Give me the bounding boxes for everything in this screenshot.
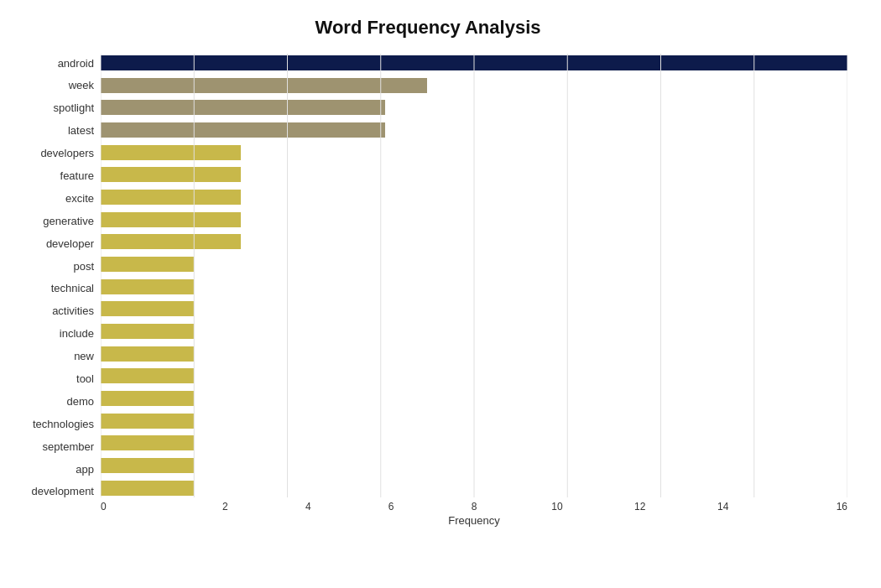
bar <box>101 55 847 70</box>
x-tick-label: 10 <box>515 501 598 513</box>
bar <box>101 145 241 160</box>
bar <box>101 122 385 138</box>
y-axis-label: demo <box>66 392 94 410</box>
plot-area: 0246810121416 Frequency <box>101 54 847 524</box>
chart-area: androidweekspotlightlatestdevelopersfeat… <box>8 54 847 524</box>
chart-container: Word Frequency Analysis androidweekspotl… <box>0 0 881 588</box>
y-axis-label: developers <box>40 144 94 163</box>
bar-row <box>101 299 847 318</box>
bar <box>101 190 241 205</box>
bar <box>101 301 194 316</box>
x-ticks: 0246810121416 <box>101 501 847 513</box>
y-axis-label: new <box>74 347 94 366</box>
bar-row <box>101 479 847 497</box>
bar-row <box>101 389 847 408</box>
bar-row <box>101 456 847 475</box>
x-tick-label: 6 <box>350 501 433 513</box>
bar-row <box>101 255 847 273</box>
bar-row <box>101 367 847 385</box>
bar <box>101 414 194 429</box>
bar-row <box>101 98 847 117</box>
y-axis-label: week <box>69 76 94 95</box>
y-axis-label: spotlight <box>54 99 94 117</box>
y-axis-label: activities <box>52 302 94 320</box>
y-axis-label: app <box>76 460 94 478</box>
bar-row <box>101 54 847 72</box>
bars-wrapper <box>101 54 847 497</box>
bar <box>101 234 241 249</box>
y-axis-label: feature <box>60 166 94 185</box>
bar-row <box>101 188 847 206</box>
bar-row <box>101 345 847 363</box>
bar-row <box>101 165 847 184</box>
y-axis-label: development <box>32 482 94 501</box>
y-axis-label: android <box>58 54 94 72</box>
bar-row <box>101 322 847 341</box>
x-tick-label: 14 <box>681 501 764 513</box>
bar <box>101 391 194 406</box>
y-axis: androidweekspotlightlatestdevelopersfeat… <box>8 54 101 524</box>
x-tick-label: 0 <box>101 501 184 513</box>
bar-row <box>101 434 847 452</box>
bar-row <box>101 143 847 162</box>
y-axis-label: technical <box>51 279 94 298</box>
bar <box>101 167 241 182</box>
bar <box>101 279 194 294</box>
x-tick-label: 8 <box>433 501 516 513</box>
y-axis-label: generative <box>43 211 94 230</box>
bar <box>101 435 194 450</box>
y-axis-label: tool <box>76 369 94 388</box>
chart-title: Word Frequency Analysis <box>8 17 847 39</box>
bar-row <box>101 76 847 95</box>
y-axis-label: september <box>43 437 94 455</box>
y-axis-label: latest <box>68 122 94 140</box>
bar-row <box>101 412 847 430</box>
bar-row <box>101 121 847 139</box>
bar <box>101 346 194 362</box>
y-axis-label: excite <box>65 189 94 207</box>
x-axis-label: Frequency <box>101 514 847 527</box>
bar <box>101 458 194 473</box>
x-tick-label: 2 <box>184 501 267 513</box>
bar <box>101 212 241 227</box>
bar <box>101 481 194 496</box>
bar <box>101 100 385 115</box>
bar-row <box>101 278 847 296</box>
bar-row <box>101 232 847 251</box>
x-tick-label: 4 <box>267 501 350 513</box>
bar-row <box>101 211 847 229</box>
bar <box>101 78 427 93</box>
y-axis-label: technologies <box>33 414 94 433</box>
y-axis-label: include <box>60 325 94 343</box>
bar <box>101 368 194 383</box>
x-axis-container: 0246810121416 Frequency <box>101 501 847 524</box>
x-tick-label: 16 <box>764 501 847 513</box>
bar <box>101 324 194 339</box>
x-tick-label: 12 <box>598 501 681 513</box>
bar <box>101 257 194 272</box>
y-axis-label: post <box>73 257 94 275</box>
y-axis-label: developer <box>46 234 94 252</box>
